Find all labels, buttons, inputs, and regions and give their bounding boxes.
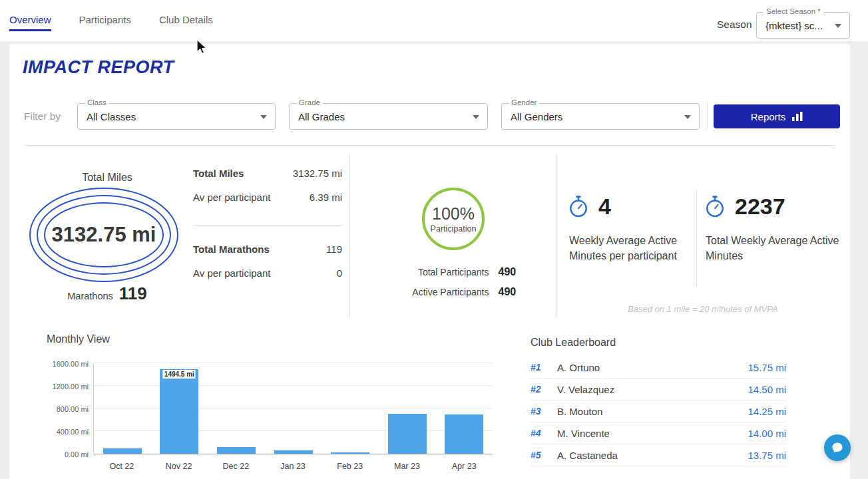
- stats-divider-2: [556, 154, 556, 317]
- chevron-down-icon: [835, 24, 841, 28]
- stats-divider-3: [696, 190, 697, 286]
- total-participants-row: Total Participants 490: [370, 262, 537, 282]
- chart-x-axis: Oct 22Nov 22Dec 22Jan 23Feb 23Mar 23Apr …: [93, 462, 493, 471]
- chart-x-label: Dec 22: [207, 462, 264, 471]
- marathons-summary: Marathons 119: [24, 283, 190, 304]
- leaderboard-title: Club Leaderboard: [531, 337, 616, 349]
- season-select[interactable]: Select Season * {mktest} sc...: [756, 12, 850, 39]
- chat-launcher-button[interactable]: [824, 434, 851, 461]
- chart-x-label: Apr 23: [435, 462, 493, 471]
- season-select-floating-label: Select Season *: [763, 7, 823, 15]
- summary-row-avg-miles: Av per participant 6.39 mi: [193, 192, 342, 203]
- impact-report-card: IMPACT REPORT Filter by Class All Classe…: [9, 44, 850, 479]
- tab-overview[interactable]: Overview: [9, 11, 51, 31]
- participant-name: A. Ortuno: [552, 362, 748, 373]
- section-divider: [24, 145, 835, 146]
- chart-x-label: Jan 23: [264, 462, 322, 471]
- summary-avg-marathons-label: Av per participant: [193, 267, 270, 279]
- running-track-graphic: 3132.75 mi: [29, 188, 178, 282]
- leaderboard-row: #3 B. Mouton 14.25 mi: [531, 400, 786, 422]
- class-filter-value: All Classes: [87, 111, 136, 122]
- active-participants-label: Active Participants: [370, 287, 489, 297]
- total-participants-value: 490: [498, 266, 537, 278]
- chart-bar-apr-23: [435, 364, 493, 454]
- participation-label: Participation: [431, 224, 477, 234]
- gender-filter-select[interactable]: Gender All Genders: [501, 103, 700, 130]
- chart-y-tick: 400.00 mi: [57, 428, 89, 436]
- chart-x-label: Mar 23: [379, 462, 436, 471]
- summary-row-avg-marathons: Av per participant 0: [193, 267, 342, 279]
- total-weekly-description: Total Weekly Average Active Minutes: [706, 233, 849, 263]
- leaderboard-row: #1 A. Ortuno 15.75 mi: [531, 357, 786, 379]
- participant-name: B. Mouton: [552, 406, 748, 417]
- chart-x-label: Nov 22: [150, 462, 208, 471]
- chart-y-axis: 0.00 mi400.00 mi800.00 mi1200.00 mi1600.…: [47, 364, 89, 454]
- gender-filter-label: Gender: [509, 98, 539, 106]
- total-weekly-value: 2237: [735, 194, 785, 220]
- summary-avg-marathons-value: 0: [337, 267, 342, 279]
- weekly-average-description: Weekly Average Active Minutes per partic…: [569, 233, 697, 263]
- total-miles-value: 3132.75 mi: [50, 223, 158, 247]
- chart-gridline: [94, 363, 493, 363]
- chart-bar-nov-22: 1494.5 mi: [151, 364, 208, 454]
- rank-badge: #5: [531, 450, 552, 460]
- chart-y-tick: 800.00 mi: [57, 405, 89, 413]
- active-participants-value: 490: [498, 286, 537, 298]
- filter-divider: [707, 103, 708, 130]
- chart-y-tick: 1600.00 mi: [53, 360, 89, 368]
- marathons-value: 119: [119, 283, 147, 304]
- summary-total-marathons-value: 119: [326, 243, 342, 255]
- tab-club-details[interactable]: Club Details: [159, 11, 213, 31]
- chart-y-tick: 0.00 mi: [65, 450, 89, 458]
- bar-value-label: 1494.5 mi: [163, 370, 196, 379]
- bar-chart-icon: [792, 112, 803, 121]
- chat-bubble-icon: [831, 441, 844, 454]
- mvpa-footnote: Based on 1 mile = 20 minutes of MVPA: [628, 304, 778, 314]
- total-participants-label: Total Participants: [370, 267, 489, 277]
- total-weekly-stat: 2237 Total Weekly Average Active Minutes: [706, 193, 849, 263]
- participant-name: M. Vincente: [552, 428, 748, 439]
- grade-filter-label: Grade: [296, 98, 323, 106]
- rank-badge: #2: [531, 384, 552, 395]
- active-participants-row: Active Participants 490: [370, 282, 537, 302]
- class-filter-label: Class: [85, 98, 109, 106]
- summary-total-miles-value: 3132.75 mi: [293, 168, 342, 179]
- summary-row-total-marathons: Total Marathons 119: [193, 243, 342, 255]
- chevron-down-icon: [473, 115, 479, 119]
- chart-y-tick: 1200.00 mi: [53, 383, 89, 391]
- filter-by-label: Filter by: [24, 110, 61, 122]
- summary-total-marathons-label: Total Marathons: [193, 243, 270, 255]
- chart-bar-oct-22: [94, 364, 151, 454]
- summary-row-total-miles: Total Miles 3132.75 mi: [193, 168, 342, 179]
- marathons-label: Marathons: [67, 291, 113, 301]
- grade-filter-select[interactable]: Grade All Grades: [289, 103, 488, 130]
- page-title: IMPACT REPORT: [23, 57, 174, 78]
- season-label: Season: [717, 19, 752, 31]
- class-filter-select[interactable]: Class All Classes: [77, 103, 276, 130]
- leaderboard-row: #4 M. Vincente 14.00 mi: [531, 422, 786, 444]
- chart-bar-jan-23: [265, 364, 322, 454]
- summary-total-miles-label: Total Miles: [193, 168, 244, 179]
- chart-bar-mar-23: [379, 364, 436, 454]
- rank-badge: #4: [531, 428, 552, 438]
- rank-badge: #1: [531, 362, 552, 373]
- monthly-view-chart: 0.00 mi400.00 mi800.00 mi1200.00 mi1600.…: [47, 357, 506, 478]
- leaderboard-row: #5 A. Castaneda 13.75 mi: [531, 444, 786, 466]
- rank-badge: #3: [531, 406, 552, 416]
- participation-circle: 100% Participation: [422, 188, 485, 250]
- participant-miles: 14.00 mi: [748, 428, 786, 439]
- leaderboard-row: #2 V. Velazquez 14.50 mi: [531, 379, 786, 400]
- participant-name: V. Velazquez: [552, 384, 748, 395]
- participant-miles: 14.25 mi: [748, 406, 786, 417]
- monthly-view-title: Monthly View: [47, 333, 110, 345]
- participant-miles: 15.75 mi: [748, 362, 786, 373]
- season-select-value: {mktest} sc...: [765, 20, 823, 31]
- summary-avg-miles-value: 6.39 mi: [310, 192, 342, 203]
- weekly-average-value: 4: [598, 194, 611, 220]
- tab-participants[interactable]: Participants: [79, 11, 131, 31]
- top-navigation-bar: Overview Participants Club Details Seaso…: [0, 0, 868, 41]
- summary-avg-miles-label: Av per participant: [193, 192, 270, 203]
- reports-button-label: Reports: [751, 111, 786, 122]
- reports-button[interactable]: Reports: [714, 104, 840, 128]
- chart-x-label: Feb 23: [322, 462, 379, 471]
